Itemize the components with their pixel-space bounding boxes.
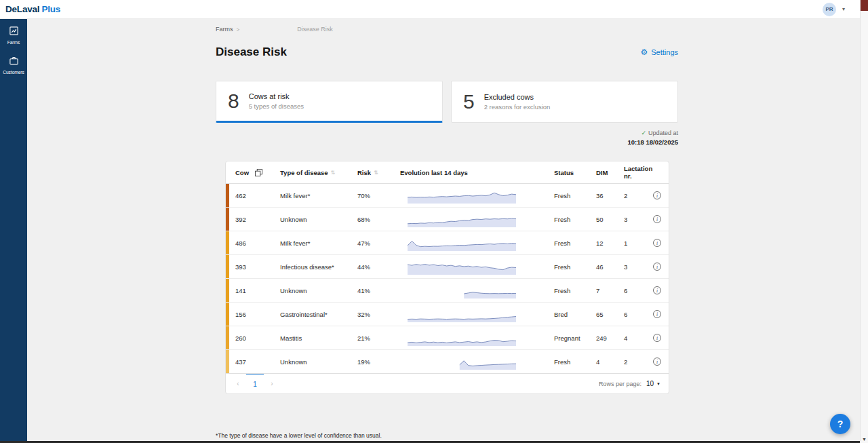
- header-status: Status: [554, 169, 596, 176]
- scrollbar-down-icon[interactable]: ▼: [861, 437, 868, 442]
- header-cow-label: Cow: [235, 169, 249, 176]
- cow-cell: 393: [235, 263, 246, 271]
- sidebar: Farms Customers: [0, 19, 27, 443]
- lactation-cell: 2: [624, 358, 653, 366]
- scrollbar-thumb[interactable]: [861, 0, 868, 11]
- disease-cell: Milk fever*: [280, 192, 357, 199]
- user-menu[interactable]: PR ▾: [823, 3, 845, 16]
- info-icon[interactable]: i: [653, 215, 661, 223]
- breadcrumb: Farms > Disease Risk: [216, 25, 678, 33]
- sort-icon[interactable]: ⇅: [374, 170, 378, 176]
- sparkline-chart: [400, 210, 554, 228]
- copy-icon[interactable]: [255, 169, 262, 176]
- table-row[interactable]: 260 Mastitis 21% Pregnant 249 4 i: [226, 326, 669, 350]
- disease-risk-table: Cow Type of disease ⇅ Risk ⇅ Evolution l…: [225, 161, 669, 394]
- status-cell: Fresh: [554, 358, 596, 366]
- status-cell: Bred: [554, 311, 596, 318]
- footnote: *The type of disease have a lower level …: [216, 432, 678, 439]
- cow-cell: 462: [235, 192, 246, 199]
- lactation-cell: 4: [624, 334, 653, 342]
- lactation-cell: 1: [624, 239, 653, 247]
- info-icon[interactable]: i: [653, 358, 661, 366]
- header-cow: Cow: [226, 169, 280, 176]
- scrollbar[interactable]: ▼: [860, 0, 868, 443]
- info-icon[interactable]: i: [653, 334, 661, 342]
- table-header-row: Cow Type of disease ⇅ Risk ⇅ Evolution l…: [226, 161, 669, 184]
- disease-cell: Gastrointestinal*: [280, 311, 357, 318]
- cow-cell: 392: [235, 216, 246, 223]
- prev-page-button[interactable]: ‹: [230, 374, 246, 393]
- risk-level-bar: [226, 326, 229, 349]
- dim-cell: 36: [596, 192, 624, 199]
- sidebar-item-farms[interactable]: Farms: [0, 19, 27, 49]
- lactation-cell: 2: [624, 192, 653, 199]
- card-value: 8: [228, 90, 239, 113]
- sparkline-chart: [400, 187, 554, 204]
- avatar[interactable]: PR: [823, 3, 836, 16]
- settings-button[interactable]: ⚙ Settings: [640, 48, 678, 56]
- sidebar-item-customers[interactable]: Customers: [0, 49, 27, 79]
- status-cell: Fresh: [554, 192, 596, 199]
- pagination: ‹ 1 › Rows per page: 10 ▼: [226, 374, 669, 393]
- logo-delaval: DeLaval: [5, 4, 39, 14]
- disease-cell: Unknown: [280, 287, 357, 294]
- table-row[interactable]: 392 Unknown 68% Fresh 50 3 i: [226, 208, 669, 231]
- sidebar-item-label: Farms: [7, 40, 20, 45]
- table-row[interactable]: 486 Milk fever* 47% Fresh 12 1 i: [226, 231, 669, 255]
- dim-cell: 4: [596, 358, 624, 366]
- disease-cell: Infectious disease*: [280, 263, 357, 271]
- dim-cell: 65: [596, 311, 624, 318]
- dim-cell: 7: [596, 287, 624, 294]
- card-value: 5: [463, 90, 475, 113]
- table-row[interactable]: 462 Milk fever* 70% Fresh 36 2 i: [226, 184, 669, 208]
- status-cell: Fresh: [554, 263, 596, 271]
- card-excluded-cows[interactable]: 5 Excluded cows 2 reasons for exclusion: [451, 81, 678, 123]
- updated-status: ✓Updated at 10:18 18/02/2025: [216, 130, 678, 149]
- help-button[interactable]: ?: [830, 414, 850, 434]
- info-icon[interactable]: i: [653, 191, 661, 199]
- sparkline-chart: [400, 329, 554, 347]
- sparkline-chart: [400, 353, 554, 370]
- info-icon[interactable]: i: [653, 263, 661, 271]
- rows-per-page-select[interactable]: 10 ▼: [646, 380, 660, 387]
- disease-cell: Milk fever*: [280, 239, 357, 247]
- risk-cell: 44%: [357, 263, 400, 271]
- farms-icon: [9, 26, 19, 39]
- breadcrumb-separator-icon: >: [237, 26, 240, 33]
- table-row[interactable]: 393 Infectious disease* 44% Fresh 46 3 i: [226, 255, 669, 279]
- cow-cell: 141: [235, 287, 246, 294]
- header-disease[interactable]: Type of disease ⇅: [280, 169, 357, 176]
- header-evolution: Evolution last 14 days: [400, 169, 554, 176]
- table-row[interactable]: 437 Unknown 19% Fresh 4 2 i: [226, 350, 669, 374]
- header-risk[interactable]: Risk ⇅: [357, 169, 400, 176]
- info-icon[interactable]: i: [653, 239, 661, 247]
- page-number[interactable]: 1: [246, 373, 264, 393]
- info-icon[interactable]: i: [653, 310, 661, 318]
- top-bar: DeLavalPlus PR ▾: [0, 0, 860, 19]
- table-row[interactable]: 141 Unknown 41% Fresh 7 6 i: [226, 279, 669, 303]
- risk-level-bar: [226, 208, 229, 231]
- status-cell: Fresh: [554, 216, 596, 223]
- info-icon[interactable]: i: [653, 286, 661, 294]
- card-label: Cows at risk: [249, 92, 304, 100]
- dim-cell: 46: [596, 263, 624, 271]
- disease-cell: Mastitis: [280, 334, 357, 342]
- risk-level-bar: [226, 303, 229, 326]
- logo-plus: Plus: [41, 4, 60, 14]
- card-cows-at-risk[interactable]: 8 Cows at risk 5 types of diseases: [216, 81, 443, 123]
- gear-icon: ⚙: [640, 48, 648, 56]
- sparkline-chart: [400, 282, 554, 299]
- risk-cell: 19%: [357, 358, 400, 366]
- lactation-cell: 6: [624, 287, 653, 294]
- next-page-button[interactable]: ›: [264, 374, 280, 393]
- cow-cell: 260: [235, 334, 246, 342]
- dropdown-arrow-icon: ▼: [656, 382, 660, 386]
- updated-timestamp: 10:18 18/02/2025: [216, 138, 678, 146]
- breadcrumb-farms-link[interactable]: Farms: [216, 26, 233, 33]
- question-icon: ?: [837, 419, 844, 429]
- table-row[interactable]: 156 Gastrointestinal* 32% Bred 65 6 i: [226, 303, 669, 326]
- risk-cell: 47%: [357, 239, 400, 247]
- sort-icon[interactable]: ⇅: [331, 170, 336, 176]
- chevron-down-icon[interactable]: ▾: [842, 6, 845, 12]
- rows-per-page-value: 10: [646, 380, 654, 387]
